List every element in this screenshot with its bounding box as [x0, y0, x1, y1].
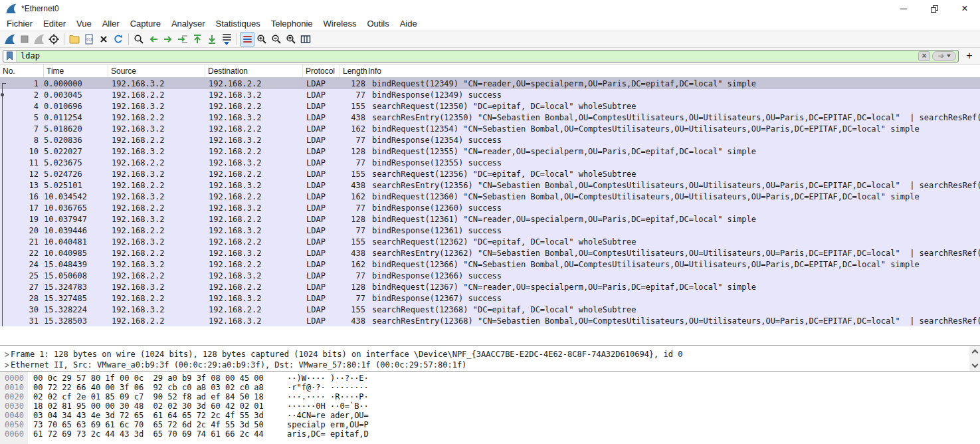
- packet-protocol: LDAP: [303, 226, 340, 235]
- scroll-up-icon[interactable]: [971, 350, 978, 356]
- menu-item[interactable]: Wireless: [318, 17, 362, 31]
- detail-scrollbar[interactable]: [969, 346, 980, 371]
- column-header-length[interactable]: Length: [340, 64, 365, 77]
- related-packet-indicator: [0, 134, 9, 146]
- packet-row[interactable]: 1 0.000000 192.168.3.2 192.168.2.2 LDAP …: [0, 78, 980, 89]
- packet-time: 5.020836: [44, 136, 108, 145]
- packet-row[interactable]: 2 0.003045 192.168.2.2 192.168.3.2 LDAP …: [0, 89, 980, 100]
- packet-row[interactable]: 11 5.023675 192.168.2.2 192.168.3.2 LDAP…: [0, 157, 980, 168]
- packet-row[interactable]: 5 0.011254 192.168.2.2 192.168.3.2 LDAP …: [0, 112, 980, 123]
- menu-item[interactable]: Vue: [71, 17, 97, 31]
- packet-row[interactable]: 22 10.040985 192.168.2.2 192.168.3.2 LDA…: [0, 247, 980, 259]
- go-forward-icon[interactable]: [161, 32, 175, 47]
- packet-destination: 192.168.2.2: [205, 102, 303, 111]
- packet-source: 192.168.2.2: [108, 113, 205, 122]
- display-filter-field[interactable]: ldap × ➔: [3, 50, 959, 62]
- packet-protocol: LDAP: [303, 113, 340, 122]
- packet-row[interactable]: 17 10.036765 192.168.2.2 192.168.3.2 LDA…: [0, 202, 980, 213]
- packet-row[interactable]: 13 5.025101 192.168.2.2 192.168.3.2 LDAP…: [0, 179, 980, 191]
- packet-destination: 192.168.2.2: [205, 260, 303, 269]
- packet-no: 20: [9, 226, 44, 235]
- auto-scroll-icon[interactable]: [219, 32, 234, 47]
- menu-item[interactable]: Outils: [361, 17, 394, 31]
- packet-info: searchRequest(12350) "DC=epitaf, DC=loca…: [365, 102, 980, 111]
- packet-row[interactable]: 24 15.048439 192.168.3.2 192.168.2.2 LDA…: [0, 259, 980, 270]
- detail-tree-row[interactable]: > Ethernet II, Src: VMware_a0:b9:3f (00:…: [0, 360, 980, 370]
- packet-length: 155: [340, 237, 365, 247]
- zoom-in-icon[interactable]: [254, 32, 269, 47]
- hex-row[interactable]: 0020 02 02 cf 2e 01 85 09 c7 90 52 f8 ad…: [0, 392, 980, 401]
- column-header-info[interactable]: Info: [365, 64, 980, 77]
- packet-row[interactable]: 28 15.327485 192.168.2.2 192.168.3.2 LDA…: [0, 292, 980, 304]
- go-last-packet-icon[interactable]: [205, 32, 219, 47]
- menu-item[interactable]: Editer: [38, 17, 71, 31]
- restore-button[interactable]: [919, 0, 949, 17]
- packet-row[interactable]: 4 0.010696 192.168.3.2 192.168.2.2 LDAP …: [0, 100, 980, 112]
- menu-item[interactable]: Aller: [97, 17, 125, 31]
- packet-row[interactable]: 10 5.022027 192.168.3.2 192.168.2.2 LDAP…: [0, 146, 980, 157]
- column-header-no[interactable]: No.: [0, 64, 44, 77]
- resize-columns-icon[interactable]: [298, 32, 313, 47]
- menu-item[interactable]: Capture: [125, 17, 166, 31]
- menu-item[interactable]: Telephonie: [266, 17, 318, 31]
- hex-row[interactable]: 0030 18 02 81 95 00 00 30 48 02 02 30 3d…: [0, 401, 980, 411]
- expander-chevron-icon[interactable]: >: [0, 360, 11, 371]
- menu-item[interactable]: Aide: [395, 17, 423, 31]
- related-packet-indicator: [0, 225, 9, 236]
- open-file-icon[interactable]: [67, 32, 82, 47]
- menu-item[interactable]: Analyser: [166, 17, 211, 31]
- packet-length: 128: [340, 215, 365, 224]
- packet-row[interactable]: 12 5.024726 192.168.3.2 192.168.2.2 LDAP…: [0, 168, 980, 179]
- go-back-icon[interactable]: [146, 32, 161, 47]
- column-header-source[interactable]: Source: [108, 64, 205, 77]
- filter-apply-arrow-icon: ➔: [937, 52, 944, 60]
- expander-chevron-icon[interactable]: >: [0, 349, 11, 360]
- column-header-destination[interactable]: Destination: [205, 64, 303, 77]
- hex-row[interactable]: 0060 61 72 69 73 2c 44 43 3d 65 70 69 74…: [0, 429, 980, 439]
- zoom-out-icon[interactable]: [269, 32, 284, 47]
- filter-apply-button[interactable]: ➔: [932, 51, 956, 61]
- packet-row[interactable]: 16 10.034542 192.168.3.2 192.168.2.2 LDA…: [0, 191, 980, 202]
- stop-capture-icon[interactable]: [17, 32, 32, 47]
- close-button[interactable]: ×: [949, 0, 980, 17]
- packet-row[interactable]: 25 15.050608 192.168.2.2 192.168.3.2 LDA…: [0, 270, 980, 281]
- menu-item[interactable]: Fichier: [1, 17, 38, 31]
- packet-source: 192.168.2.2: [108, 203, 205, 213]
- filter-clear-icon[interactable]: ×: [918, 51, 930, 61]
- minimize-button[interactable]: [888, 0, 919, 17]
- reload-icon[interactable]: [111, 32, 126, 47]
- packet-destination: 192.168.2.2: [205, 192, 303, 201]
- menu-item[interactable]: Statistiques: [210, 17, 265, 31]
- go-to-packet-icon[interactable]: [175, 32, 190, 47]
- hex-row[interactable]: 0040 03 04 34 43 4e 3d 72 65 61 64 65 72…: [0, 411, 980, 420]
- hex-ascii: ··)W···· )··?··E·: [287, 374, 369, 383]
- hex-row[interactable]: 0010 00 72 22 66 40 00 3f 06 92 cb c0 a8…: [0, 383, 980, 392]
- detail-tree-row[interactable]: > Frame 1: 128 bytes on wire (1024 bits)…: [0, 349, 980, 360]
- packet-row[interactable]: 27 15.324783 192.168.3.2 192.168.2.2 LDA…: [0, 281, 980, 292]
- save-file-icon[interactable]: 010: [82, 32, 96, 47]
- packet-row[interactable]: 20 10.039446 192.168.2.2 192.168.3.2 LDA…: [0, 225, 980, 236]
- filter-bookmark-icon[interactable]: [3, 51, 17, 62]
- packet-row[interactable]: 21 10.040481 192.168.3.2 192.168.2.2 LDA…: [0, 236, 980, 247]
- close-capture-icon[interactable]: [96, 32, 111, 47]
- packet-row[interactable]: 30 15.328224 192.168.3.2 192.168.2.2 LDA…: [0, 304, 980, 315]
- find-packet-icon[interactable]: [132, 32, 146, 47]
- packet-no: 31: [9, 316, 44, 326]
- filter-input[interactable]: ldap: [17, 51, 918, 62]
- start-capture-icon[interactable]: [3, 32, 17, 47]
- packet-row[interactable]: 31 15.328503 192.168.2.2 192.168.3.2 LDA…: [0, 315, 980, 326]
- filter-add-button[interactable]: +: [963, 50, 976, 62]
- packet-row[interactable]: 19 10.037947 192.168.3.2 192.168.2.2 LDA…: [0, 213, 980, 225]
- colorize-packets-icon[interactable]: [240, 32, 254, 47]
- column-header-protocol[interactable]: Protocol: [303, 64, 340, 77]
- column-header-time[interactable]: Time: [44, 64, 108, 77]
- zoom-reset-icon[interactable]: [284, 32, 298, 47]
- packet-row[interactable]: 7 5.018620 192.168.3.2 192.168.2.2 LDAP …: [0, 123, 980, 134]
- go-first-packet-icon[interactable]: [190, 32, 205, 47]
- packet-row[interactable]: 8 5.020836 192.168.2.2 192.168.3.2 LDAP …: [0, 134, 980, 146]
- hex-row[interactable]: 0050 73 70 65 63 69 61 6c 70 65 72 6d 2c…: [0, 420, 980, 429]
- scroll-down-icon[interactable]: [971, 362, 978, 368]
- restart-capture-icon[interactable]: [32, 32, 47, 47]
- capture-options-icon[interactable]: [47, 32, 61, 47]
- hex-row[interactable]: 0000 00 0c 29 57 80 1f 00 0c 29 a0 b9 3f…: [0, 374, 980, 383]
